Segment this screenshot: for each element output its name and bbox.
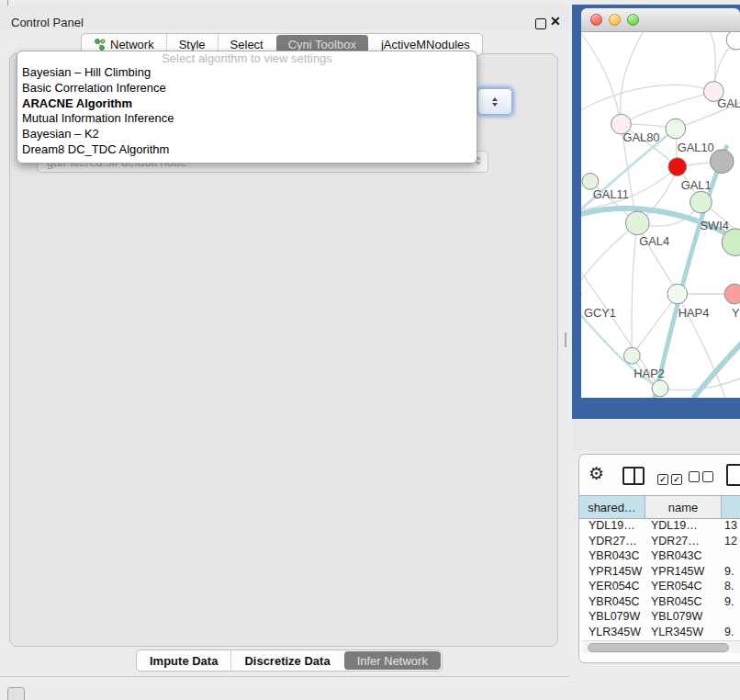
- tab-impute-data-label: Impute Data: [150, 654, 218, 668]
- tab-discretize-data[interactable]: Discretize Data: [230, 650, 342, 671]
- table-panel: ⚙ ✓✓ shared… name YDL19…YDL19…13YDR27…YD…: [578, 454, 740, 663]
- table-cell: 13: [721, 518, 737, 534]
- network-node[interactable]: [623, 347, 640, 364]
- column-header-shared-name[interactable]: shared…: [579, 496, 645, 518]
- table-cell: 12: [721, 534, 737, 549]
- network-canvas[interactable]: GALGAL80GAL10GAL1GAL11GAL4SWI4GCY1HAP4YH…: [581, 32, 740, 398]
- algorithm-popup-list: Bayesian – Hill ClimbingBasic Correlatio…: [17, 65, 477, 158]
- table-cell: 9.: [721, 625, 734, 640]
- split-columns-icon[interactable]: [622, 467, 645, 485]
- table-cell: YER054C: [579, 579, 645, 594]
- deselect-all-columns-icon[interactable]: [689, 469, 716, 486]
- tab-infer-network-label: Infer Network: [357, 654, 428, 668]
- control-panel-title: Control Panel: [11, 16, 84, 29]
- select-all-columns-icon[interactable]: ✓✓: [657, 469, 685, 486]
- table-cell: YBR043C: [579, 548, 645, 564]
- table-horizontal-scrollbar-thumb[interactable]: [588, 643, 729, 652]
- minimize-traffic-light-icon[interactable]: [609, 14, 621, 26]
- table-row[interactable]: YDR27…YDR27…12: [579, 534, 740, 549]
- control-panel-bottom-divider: [0, 676, 569, 677]
- tab-style-label: Style: [179, 38, 206, 51]
- network-node[interactable]: [690, 191, 712, 213]
- network-node-label: HAP2: [633, 367, 665, 380]
- network-node-label: GAL80: [622, 130, 659, 144]
- network-node[interactable]: [726, 32, 740, 50]
- table-cell: YER054C: [645, 579, 721, 594]
- network-node[interactable]: [652, 380, 668, 397]
- network-node[interactable]: [666, 119, 686, 139]
- network-node-label: GCY1: [584, 306, 616, 320]
- tab-select-label: Select: [230, 38, 263, 51]
- table-row[interactable]: YBR045CYBR045C9.: [579, 594, 740, 610]
- algorithm-option[interactable]: Mutual Information Inference: [17, 111, 477, 127]
- tab-network-label: Network: [110, 38, 154, 51]
- network-node-label: GAL4: [639, 234, 669, 248]
- network-icon: [94, 39, 106, 51]
- new-table-icon[interactable]: [726, 464, 740, 486]
- algorithm-combo-button[interactable]: [477, 88, 512, 115]
- network-graph: GALGAL80GAL10GAL1GAL11GAL4SWI4GCY1HAP4YH…: [581, 32, 740, 398]
- table-row[interactable]: YLR345WYLR345W9.: [579, 625, 740, 640]
- algorithm-option[interactable]: Bayesian – K2: [17, 127, 477, 142]
- table-cell: YDR27…: [645, 534, 721, 549]
- table-body: YDL19…YDL19…13YDR27…YDR27…12YBR043CYBR04…: [579, 518, 740, 649]
- table-row[interactable]: YPR145WYPR145W9.: [579, 564, 740, 580]
- network-node[interactable]: [625, 211, 649, 235]
- algorithm-option[interactable]: Basic Correlation Inference: [17, 81, 477, 96]
- table-cell: 9.: [721, 594, 734, 610]
- float-window-icon[interactable]: [535, 18, 546, 29]
- network-window-titlebar[interactable]: [581, 8, 740, 32]
- table-cell: YPR145W: [579, 564, 645, 580]
- table-cell: YBR045C: [645, 594, 721, 610]
- network-node-label: HAP4: [678, 306, 710, 320]
- network-node[interactable]: [724, 284, 740, 304]
- network-node-label: GAL11: [593, 187, 629, 201]
- network-node[interactable]: [667, 284, 688, 304]
- algorithm-dropdown-popup: Select algorithm to view settings Bayesi…: [17, 51, 477, 164]
- tab-jactivemnodules-label: jActiveMNodules: [381, 38, 470, 51]
- table-cell: YDR27…: [579, 534, 645, 549]
- table-row[interactable]: YER054CYER054C8.: [579, 579, 740, 594]
- close-traffic-light-icon[interactable]: [590, 14, 602, 26]
- table-cell: YPR145W: [645, 564, 721, 580]
- algorithm-option[interactable]: ARACNE Algorithm: [17, 96, 477, 112]
- network-node[interactable]: [668, 158, 687, 176]
- table-cell: YLR345W: [579, 625, 645, 640]
- table-cell: YBR043C: [645, 548, 721, 564]
- algorithm-popup-hint: Select algorithm to view settings: [17, 51, 477, 65]
- column-header-name[interactable]: name: [645, 496, 722, 518]
- network-node[interactable]: [710, 150, 734, 174]
- table-row[interactable]: YDL19…YDL19…13: [579, 518, 740, 534]
- network-node-label: SWI4: [701, 219, 729, 232]
- column-header-third[interactable]: [722, 496, 740, 518]
- table-cell: YDL19…: [579, 518, 645, 534]
- network-node-label: GAL10: [678, 141, 714, 154]
- cyni-bottom-tabbar: Impute Data Discretize Data Infer Networ…: [136, 649, 443, 672]
- table-horizontal-scrollbar[interactable]: [583, 640, 740, 653]
- network-node-label: GAL: [717, 96, 740, 110]
- table-cell: YBL079W: [645, 609, 721, 625]
- zoom-traffic-light-icon[interactable]: [627, 14, 639, 26]
- network-node-label: Y: [732, 306, 740, 320]
- tab-discretize-data-label: Discretize Data: [244, 654, 330, 668]
- table-cell: YLR345W: [645, 625, 721, 640]
- collapse-panel-button[interactable]: [7, 687, 25, 700]
- table-row[interactable]: YBL079WYBL079W: [579, 609, 740, 625]
- tab-infer-network[interactable]: Infer Network: [344, 651, 441, 670]
- algorithm-option[interactable]: Bayesian – Hill Climbing: [17, 65, 477, 81]
- table-header-row: shared… name: [579, 495, 740, 519]
- control-panel-titlebar: Control Panel ✕: [0, 6, 569, 29]
- table-cell: [721, 548, 724, 564]
- table-cell: [721, 609, 724, 625]
- table-row[interactable]: YBR043CYBR043C: [579, 548, 740, 564]
- table-cell: 8.: [721, 579, 734, 594]
- tab-cyni-toolbox-label: Cyni Toolbox: [288, 38, 356, 51]
- tab-impute-data[interactable]: Impute Data: [137, 650, 230, 671]
- algorithm-option[interactable]: Dream8 DC_TDC Algorithm: [17, 142, 477, 158]
- network-node-label: GAL1: [681, 178, 712, 192]
- close-icon[interactable]: ✕: [550, 14, 561, 28]
- table-cell: YBL079W: [579, 609, 645, 625]
- table-cell: 9.: [721, 564, 734, 580]
- table-cell: YDL19…: [645, 518, 721, 534]
- gear-icon[interactable]: ⚙: [589, 465, 604, 482]
